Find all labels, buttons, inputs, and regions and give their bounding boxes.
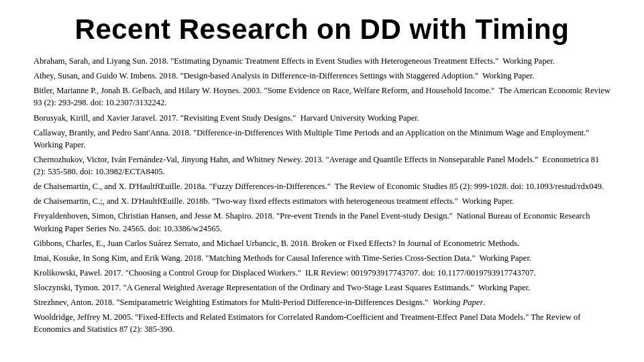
- ref-text: Bitler, Marianne P., Jonah B. Gelbach, a…: [34, 86, 610, 107]
- italic-text: Working Paper: [433, 298, 484, 307]
- ref-text: Sloczynski, Tymon. 2017. "A General Weig…: [34, 283, 530, 292]
- ref-text: Imai, Kosuke, In Song Kim, and Erik Wang…: [34, 253, 531, 263]
- ref-text: de Chaisemartin, C., and X. D'HaultfŒuil…: [34, 182, 604, 191]
- page-title: Recent Research on DD with Timing: [34, 13, 610, 46]
- ref-text: Abraham, Sarah, and Liyang Sun. 2018. "E…: [34, 56, 555, 66]
- ref-text: Callaway, Brantly, and Pedro Sant'Anna. …: [34, 128, 592, 149]
- ref-text: Athey, Susan, and Guido W. Imbens. 2018.…: [34, 71, 534, 80]
- ref-text: Borusyak, Kirill, and Xavier Jaravel. 20…: [34, 113, 419, 123]
- list-item: Sloczynski, Tymon. 2017. "A General Weig…: [34, 282, 610, 294]
- list-item: Bitler, Marianne P., Jonah B. Gelbach, a…: [34, 84, 610, 109]
- list-item: de Chaisemartin, C.;, and X. D'HaultfŒui…: [34, 195, 610, 207]
- list-item: Freyaldenhoven, Simon, Christian Hansen,…: [34, 210, 610, 234]
- list-item: Imai, Kosuke, In Song Kim, and Erik Wang…: [34, 252, 610, 264]
- list-item: de Chaisemartin, C., and X. D'HaultfŒuil…: [34, 180, 610, 192]
- list-item: Strezhnev, Anton. 2018. "Semiparametric …: [34, 296, 610, 308]
- ref-text: Strezhnev, Anton. 2018. "Semiparametric …: [34, 298, 485, 307]
- list-item: Borusyak, Kirill, and Xavier Jaravel. 20…: [34, 112, 610, 124]
- list-item: Abraham, Sarah, and Liyang Sun. 2018. "E…: [34, 55, 610, 67]
- ref-text: Wooldridge, Jeffrey M. 2005. "Fixed-Effe…: [34, 312, 580, 334]
- ref-text: Gibbons, Charles, E., Juan Carlos Suárez…: [34, 239, 519, 248]
- list-item: Athey, Susan, and Guido W. Imbens. 2018.…: [34, 70, 610, 82]
- ref-text: Krolikowski, Pawel. 2017. "Choosing a Co…: [34, 268, 536, 278]
- list-item: Chernozhukov, Victor, Iván Fernández‐Val…: [34, 154, 610, 178]
- list-item: Krolikowski, Pawel. 2017. "Choosing a Co…: [34, 267, 610, 279]
- list-item: Gibbons, Charles, E., Juan Carlos Suárez…: [34, 237, 610, 249]
- ref-text: Freyaldenhoven, Simon, Christian Hansen,…: [34, 211, 590, 233]
- ref-text: de Chaisemartin, C.;, and X. D'HaultfŒui…: [34, 196, 514, 206]
- list-item: Wooldridge, Jeffrey M. 2005. "Fixed-Effe…: [34, 311, 610, 335]
- references-list: Abraham, Sarah, and Liyang Sun. 2018. "E…: [34, 55, 610, 336]
- ref-text: Chernozhukov, Victor, Iván Fernández‐Val…: [34, 155, 599, 176]
- list-item: Callaway, Brantly, and Pedro Sant'Anna. …: [34, 127, 610, 151]
